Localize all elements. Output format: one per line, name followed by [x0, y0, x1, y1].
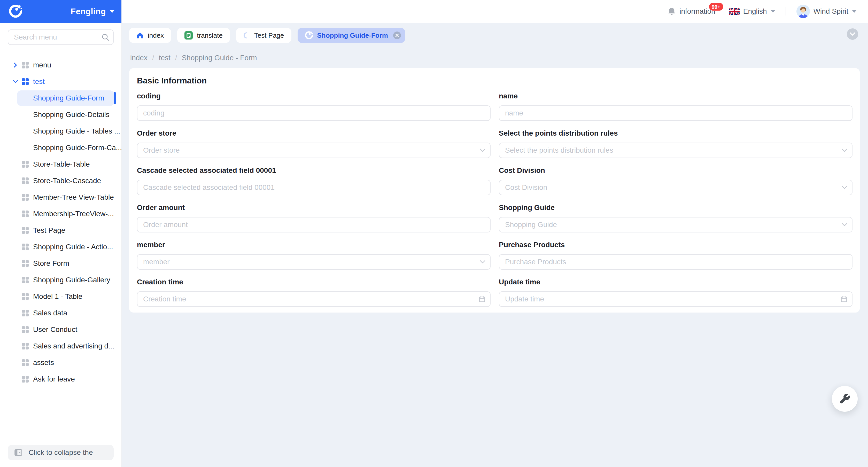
cascade-associated-input[interactable] [137, 180, 491, 195]
order-store-select[interactable] [137, 143, 491, 158]
sidebar-item-test-page[interactable]: Test Page [0, 223, 114, 238]
sidebar-item-store-table-table[interactable]: Store-Table-Table [0, 157, 114, 172]
sidebar-item-menu[interactable]: menu [0, 57, 114, 73]
cost-division-select[interactable] [499, 180, 852, 195]
field-name: name [499, 91, 852, 121]
grid-icon [22, 293, 29, 300]
sidebar-item-label: Membership-TreeView-... [33, 210, 114, 218]
sidebar-item-label: Shopping Guide-Details [33, 111, 110, 119]
spinner-icon [243, 32, 250, 39]
sidebar-item-member-tree-view-table[interactable]: Member-Tree View-Table [0, 190, 114, 205]
grid-icon [22, 194, 29, 201]
name-input[interactable] [499, 105, 852, 121]
chevron-down-icon [842, 223, 847, 226]
sidebar-item-shopping-guide-details[interactable]: Shopping Guide-Details [17, 107, 114, 122]
grid-icon [22, 276, 29, 284]
field-cascade-associated: Cascade selected associated field 00001 [137, 165, 491, 195]
purchase-products-input[interactable] [499, 254, 852, 270]
field-label: Shopping Guide [499, 203, 852, 213]
field-label: Order amount [137, 203, 491, 213]
sidebar-item-sales-and-advertising[interactable]: Sales and advertising d... [0, 338, 114, 354]
field-member: member [137, 240, 491, 270]
sidebar-item-test[interactable]: test [0, 74, 114, 89]
settings-fab-button[interactable] [832, 386, 858, 412]
collapse-sidebar-button[interactable]: Click to collapse the [8, 445, 114, 460]
tab-test-page[interactable]: Test Page [236, 28, 291, 43]
tab-bar: index translate Test Page [129, 28, 860, 43]
sidebar-menu: menu test Shopping Guide-Form Shopping G… [0, 50, 121, 445]
sidebar-item-store-table-cascade[interactable]: Store-Table-Cascade [0, 173, 114, 189]
sidebar-item-label: Shopping Guide - Actio... [33, 243, 113, 251]
field-order-amount: Order amount [137, 203, 491, 232]
field-label: Cost Division [499, 165, 852, 176]
sidebar-item-sales-data[interactable]: Sales data [0, 305, 114, 321]
grid-icon [22, 61, 29, 69]
app-root: Fengling menu test Shopping [0, 0, 868, 467]
field-order-store: Order store [137, 128, 491, 158]
member-select[interactable] [137, 254, 491, 270]
sidebar-item-store-form[interactable]: Store Form [0, 256, 114, 271]
breadcrumb-test[interactable]: test [159, 54, 170, 62]
tab-shopping-guide-form[interactable]: Shopping Guide-Form [298, 28, 405, 43]
sidebar-item-label: Shopping Guide - Tables ... [33, 127, 120, 135]
grid-icon [22, 78, 29, 85]
sidebar-item-user-conduct[interactable]: User Conduct [0, 322, 114, 337]
brand-name[interactable]: Fengling [70, 7, 106, 16]
chevron-down-icon[interactable] [110, 10, 115, 13]
field-label: Creation time [137, 277, 491, 287]
grid-icon [22, 343, 29, 350]
tabs-collapse-button[interactable] [847, 28, 858, 40]
tab-index[interactable]: index [129, 28, 171, 43]
shopping-guide-select[interactable] [499, 217, 852, 232]
chevron-down-icon [842, 149, 847, 152]
brand-bar: Fengling [0, 0, 121, 23]
breadcrumb-separator: / [175, 54, 177, 62]
points-rules-select[interactable] [499, 143, 852, 158]
home-icon [136, 32, 144, 39]
form-title: Basic Information [137, 75, 852, 86]
sidebar-footer: Click to collapse the [8, 445, 114, 460]
creation-time-date-input[interactable] [137, 291, 491, 307]
field-label: Order store [137, 128, 491, 138]
sidebar-item-shopping-guide-form[interactable]: Shopping Guide-Form [17, 90, 114, 106]
sidebar-item-shopping-guide-action[interactable]: Shopping Guide - Actio... [0, 239, 114, 255]
grid-icon [22, 376, 29, 383]
tab-translate[interactable]: translate [177, 28, 230, 43]
search-input[interactable] [8, 29, 114, 45]
active-indicator [114, 92, 116, 104]
tab-label: Shopping Guide-Form [317, 32, 388, 39]
breadcrumb: index / test / Shopping Guide - Form [130, 54, 860, 62]
field-label: name [499, 91, 852, 101]
sidebar-item-model-1-table[interactable]: Model 1 - Table [0, 289, 114, 304]
chevron-down-icon [849, 32, 856, 36]
main-area: information 99+ English [122, 0, 868, 467]
coding-input[interactable] [137, 105, 491, 121]
field-label: Cascade selected associated field 00001 [137, 165, 491, 176]
grid-icon [22, 359, 29, 366]
translate-icon [184, 31, 193, 39]
sidebar-item-label: Shopping Guide-Form-Ca... [33, 144, 121, 152]
sidebar-item-membership-treeview[interactable]: Membership-TreeView-... [0, 206, 114, 222]
wrench-icon [839, 393, 850, 404]
order-amount-input[interactable] [137, 217, 491, 232]
update-time-date-input[interactable] [499, 291, 852, 307]
language-switcher[interactable]: English [729, 7, 775, 15]
content-area: index translate Test Page [122, 23, 868, 467]
field-label: coding [137, 91, 491, 101]
field-creation-time: Creation time [137, 277, 491, 307]
user-menu[interactable]: Wind Spirit [797, 5, 857, 18]
sidebar-item-label: Ask for leave [33, 375, 75, 383]
sidebar-item-label: Store Form [33, 259, 69, 268]
sidebar-item-shopping-guide-tables[interactable]: Shopping Guide - Tables ... [17, 123, 114, 139]
field-label: member [137, 240, 491, 250]
close-icon[interactable] [393, 32, 401, 39]
sidebar-item-shopping-guide-gallery[interactable]: Shopping Guide-Gallery [0, 272, 114, 288]
sidebar-item-ask-for-leave[interactable]: Ask for leave [0, 371, 114, 387]
grid-icon [22, 243, 29, 251]
notifications-button[interactable]: information 99+ [668, 7, 715, 16]
language-label: English [743, 7, 767, 15]
breadcrumb-index[interactable]: index [130, 54, 148, 62]
sidebar-item-label: Sales and advertising d... [33, 342, 114, 350]
sidebar-item-shopping-guide-form-ca[interactable]: Shopping Guide-Form-Ca... [17, 140, 114, 155]
sidebar-item-assets[interactable]: assets [0, 355, 114, 370]
